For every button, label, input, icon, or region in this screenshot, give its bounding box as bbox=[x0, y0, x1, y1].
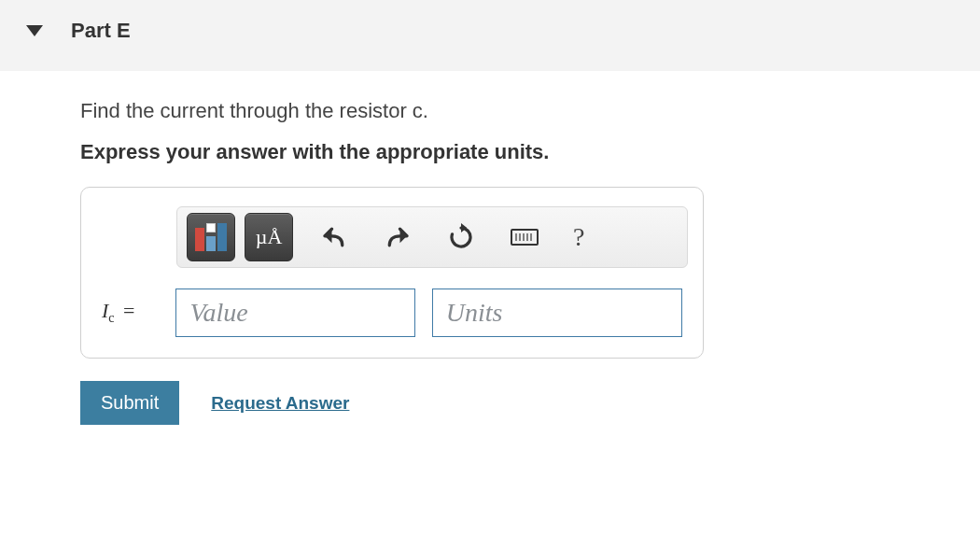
keyboard-shortcuts-button[interactable] bbox=[504, 217, 545, 258]
value-input[interactable]: Value bbox=[175, 289, 414, 337]
answer-instruction: Express your answer with the appropriate… bbox=[80, 140, 961, 164]
redo-icon bbox=[384, 223, 412, 251]
question-prompt: Find the current through the resistor c. bbox=[80, 99, 961, 123]
redo-button[interactable] bbox=[377, 217, 418, 258]
undo-icon bbox=[320, 223, 348, 251]
request-answer-link[interactable]: Request Answer bbox=[211, 393, 349, 414]
submit-button[interactable]: Submit bbox=[80, 381, 179, 425]
special-characters-label: µÅ bbox=[256, 225, 283, 249]
part-header[interactable]: Part E bbox=[0, 0, 980, 71]
actions-row: Submit Request Answer bbox=[80, 381, 961, 425]
answer-input-row: Ic = Value Units bbox=[102, 289, 682, 337]
keyboard-icon bbox=[511, 229, 539, 246]
equation-lhs: Ic = bbox=[102, 299, 175, 326]
special-characters-button[interactable]: µÅ bbox=[245, 213, 293, 261]
units-input[interactable]: Units bbox=[432, 289, 682, 337]
equation-subscript: c bbox=[108, 312, 114, 326]
reset-icon bbox=[447, 223, 475, 251]
templates-button[interactable] bbox=[187, 213, 235, 261]
undo-button[interactable] bbox=[314, 217, 355, 258]
help-button[interactable]: ? bbox=[573, 222, 584, 252]
equation-equals: = bbox=[123, 299, 134, 322]
templates-icon bbox=[195, 223, 227, 251]
equation-toolbar: µÅ bbox=[176, 206, 688, 268]
answer-entry-box: µÅ bbox=[80, 187, 704, 359]
reset-button[interactable] bbox=[441, 217, 482, 258]
chevron-down-icon bbox=[26, 25, 43, 36]
part-title: Part E bbox=[71, 19, 131, 43]
part-content: Find the current through the resistor c.… bbox=[0, 71, 980, 443]
